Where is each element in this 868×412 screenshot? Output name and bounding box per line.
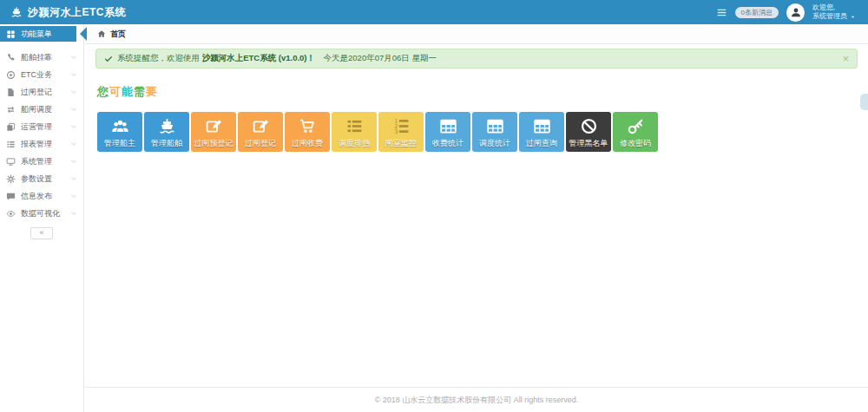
quick-tile[interactable]: 修改密码 bbox=[613, 112, 658, 152]
alert-highlight: 沙颍河水上ETC系统 (v1.0.0)！ bbox=[202, 53, 315, 62]
close-icon[interactable]: × bbox=[842, 55, 849, 63]
tiles-grid: 管理船主管理船舶过闸预登记过闸登记过闸收费调度排挡123闸室监控收费统计调度统计… bbox=[97, 112, 856, 152]
footer: © 2018 山水云立数据技术股份有限公司 All rights reserve… bbox=[85, 387, 868, 412]
quick-tile[interactable]: 收费统计 bbox=[425, 112, 470, 152]
eye-icon bbox=[6, 209, 16, 219]
check-icon bbox=[104, 55, 113, 63]
scrollbar-thumb[interactable] bbox=[860, 94, 868, 110]
chevron-down-icon bbox=[70, 71, 77, 78]
chevron-down-icon bbox=[70, 175, 77, 182]
chevron-down-icon bbox=[70, 54, 77, 61]
chevron-down-icon bbox=[70, 88, 77, 95]
section-title: 您可能需要 bbox=[97, 84, 856, 100]
notification-badge[interactable]: 0条新消息 bbox=[735, 7, 779, 18]
list-icon bbox=[345, 117, 364, 135]
chevron-down-icon bbox=[70, 141, 77, 147]
chevron-down-icon bbox=[70, 193, 77, 199]
sidebar-item[interactable]: 报表管理 bbox=[0, 135, 83, 153]
ship-icon bbox=[158, 117, 176, 135]
sidebar-item[interactable]: 参数设置 bbox=[0, 170, 83, 187]
ship-logo-icon bbox=[10, 6, 23, 18]
sidebar-item[interactable]: 过闸登记 bbox=[0, 83, 83, 101]
chevron-down-icon bbox=[70, 106, 77, 113]
key-icon bbox=[627, 117, 645, 135]
disc-icon bbox=[6, 70, 16, 80]
table-icon bbox=[533, 117, 551, 135]
alert-message: 系统提醒您，欢迎使用 沙颍河水上ETC系统 (v1.0.0)！ 今天是2020年… bbox=[117, 53, 437, 64]
quick-tile[interactable]: 调度排挡 bbox=[332, 112, 377, 152]
quick-tile[interactable]: 过闸查询 bbox=[519, 112, 564, 152]
welcome-text: 欢迎您, bbox=[812, 3, 856, 12]
section-title-char: 您 bbox=[97, 85, 109, 98]
content: 系统提醒您，欢迎使用 沙颍河水上ETC系统 (v1.0.0)！ 今天是2020年… bbox=[85, 44, 868, 412]
quick-tile[interactable]: 过闸预登记 bbox=[191, 112, 236, 152]
copyright: © 2018 山水云立数据技术股份有限公司 All rights reserve… bbox=[375, 395, 579, 406]
edit-icon bbox=[205, 117, 223, 135]
exchange-icon bbox=[6, 105, 16, 114]
sidebar: 功能菜单船舶挂靠ETC业务过闸登记船闸调度运营管理报表管理系统管理参数设置信息发… bbox=[0, 24, 84, 412]
desktop-icon bbox=[6, 157, 16, 167]
header-right: 0条新消息 欢迎您, 系统管理员 bbox=[716, 3, 868, 22]
file-icon bbox=[6, 88, 16, 97]
brand[interactable]: 沙颍河水上ETC系统 bbox=[0, 5, 126, 20]
menu-bars-icon[interactable] bbox=[716, 7, 727, 18]
alert-suffix: 今天是2020年07月06日 星期一 bbox=[315, 53, 437, 62]
home-icon bbox=[97, 29, 106, 38]
list-ol-icon: 123 bbox=[392, 117, 411, 135]
phone-icon bbox=[6, 53, 16, 62]
quick-tile[interactable]: 调度统计 bbox=[472, 112, 517, 152]
sidebar-item[interactable]: 系统管理 bbox=[0, 153, 83, 170]
breadcrumb: 首页 bbox=[85, 24, 868, 44]
sidebar-item[interactable]: ETC业务 bbox=[0, 66, 83, 83]
quick-tile[interactable]: 管理船主 bbox=[97, 112, 142, 152]
user-role: 系统管理员 bbox=[812, 12, 847, 21]
table-icon bbox=[439, 117, 457, 135]
chevron-down-icon bbox=[70, 158, 77, 165]
quick-tile[interactable]: 管理船舶 bbox=[144, 112, 189, 152]
gear-icon bbox=[6, 174, 16, 184]
quick-panel: 您可能需要 管理船主管理船舶过闸预登记过闸登记过闸收费调度排挡123闸室监控收费… bbox=[85, 69, 868, 387]
alert-success: 系统提醒您，欢迎使用 沙颍河水上ETC系统 (v1.0.0)！ 今天是2020年… bbox=[95, 49, 858, 69]
sidebar-item[interactable]: 数据可视化 bbox=[0, 205, 83, 222]
section-title-char: 要 bbox=[146, 85, 158, 98]
list-icon bbox=[6, 140, 16, 149]
quick-tile[interactable]: 过闸收费 bbox=[285, 112, 330, 152]
top-header: 沙颍河水上ETC系统 0条新消息 欢迎您, 系统管理员 bbox=[0, 0, 868, 24]
comment-icon bbox=[6, 192, 16, 201]
quick-tile[interactable]: 123闸室监控 bbox=[378, 112, 424, 152]
avatar[interactable] bbox=[786, 3, 805, 22]
sidebar-item[interactable]: 运营管理 bbox=[0, 118, 83, 135]
section-title-char: 可 bbox=[109, 85, 122, 98]
app-title: 沙颍河水上ETC系统 bbox=[28, 5, 126, 20]
section-title-char: 能 bbox=[122, 85, 134, 98]
chevron-down-icon bbox=[70, 123, 77, 130]
cart-icon bbox=[299, 117, 317, 135]
quick-tile[interactable]: 管理黑名单 bbox=[566, 112, 611, 152]
breadcrumb-home[interactable]: 首页 bbox=[110, 29, 126, 40]
edit-icon bbox=[252, 117, 270, 135]
sidebar-item[interactable]: 功能菜单 bbox=[0, 26, 76, 42]
table-icon bbox=[486, 117, 504, 135]
user-menu[interactable]: 欢迎您, 系统管理员 bbox=[812, 3, 856, 21]
section-title-char: 需 bbox=[134, 85, 146, 98]
chevron-down-icon bbox=[70, 210, 77, 217]
alert-prefix: 系统提醒您，欢迎使用 bbox=[117, 53, 202, 62]
copy-icon bbox=[6, 122, 16, 132]
sidebar-collapse-button[interactable]: « bbox=[30, 227, 53, 239]
quick-tile[interactable]: 过闸登记 bbox=[238, 112, 283, 152]
sidebar-menu: 功能菜单船舶挂靠ETC业务过闸登记船闸调度运营管理报表管理系统管理参数设置信息发… bbox=[0, 24, 83, 222]
users-icon bbox=[111, 117, 129, 135]
caret-down-icon bbox=[850, 14, 856, 20]
sidebar-item[interactable]: 信息发布 bbox=[0, 187, 83, 205]
sidebar-item[interactable]: 船舶挂靠 bbox=[0, 49, 83, 66]
modules-icon bbox=[6, 29, 16, 39]
sidebar-item[interactable]: 船闸调度 bbox=[0, 101, 83, 118]
svg-text:3: 3 bbox=[394, 128, 398, 135]
ban-icon bbox=[580, 117, 598, 135]
user-icon bbox=[790, 6, 802, 18]
